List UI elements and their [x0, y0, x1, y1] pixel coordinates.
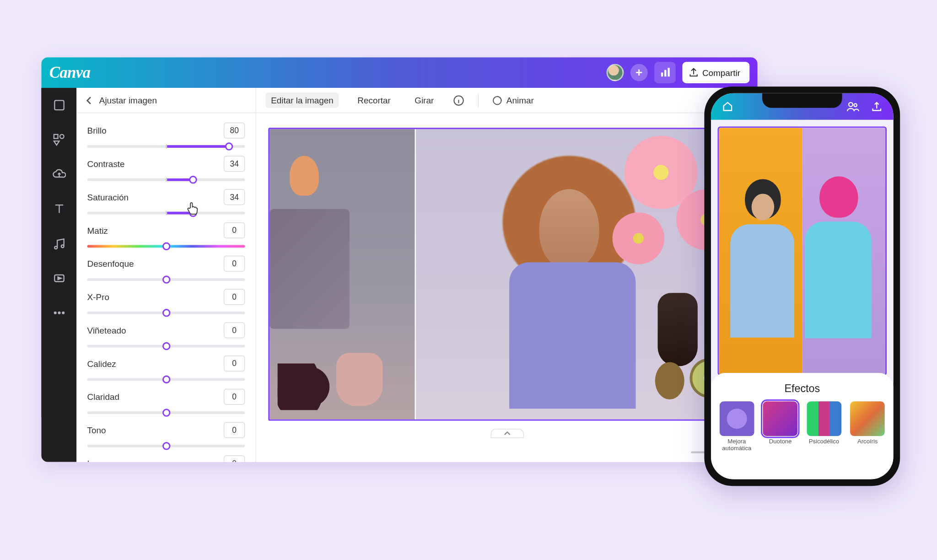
- slider-thumb[interactable]: [162, 342, 170, 350]
- mobile-collab-button[interactable]: [845, 99, 860, 114]
- upload-icon: [689, 68, 698, 77]
- effect-thumbnail: [763, 401, 798, 436]
- share-label: Compartir: [702, 68, 740, 78]
- slider-value-input[interactable]: 0: [224, 256, 245, 272]
- mobile-export-button[interactable]: [869, 99, 884, 114]
- slider-thumb[interactable]: [162, 442, 170, 450]
- selected-image[interactable]: [268, 128, 745, 420]
- rail-audio[interactable]: [51, 236, 67, 252]
- effect-thumbnail: [719, 401, 754, 436]
- slider-value-input[interactable]: 0: [224, 389, 245, 405]
- people-icon: [846, 101, 859, 113]
- text-icon: [52, 202, 65, 215]
- slider-thumb[interactable]: [225, 142, 233, 150]
- home-button[interactable]: [720, 99, 735, 114]
- rotate-button[interactable]: Girar: [409, 92, 439, 108]
- slider-thumb[interactable]: [162, 309, 170, 317]
- templates-icon: [52, 98, 65, 112]
- effect-duotone[interactable]: Duotone: [761, 401, 800, 452]
- slider-desenfoque: Desenfoque0: [87, 256, 245, 281]
- device-notch: [762, 93, 842, 108]
- rail-text[interactable]: [51, 201, 67, 217]
- rail-more[interactable]: [51, 305, 67, 321]
- effect-thumbnail: [850, 401, 885, 436]
- slider-label: Matiz: [87, 226, 108, 236]
- effects-title: Efectos: [717, 383, 887, 395]
- slider-value-input[interactable]: 0: [224, 455, 245, 462]
- slider-track[interactable]: [87, 345, 245, 348]
- rail-uploads[interactable]: [51, 167, 67, 183]
- slider-label: Calidez: [87, 359, 116, 369]
- edit-image-button[interactable]: Editar la imagen: [266, 92, 339, 108]
- effect-arcoíris[interactable]: Arcoíris: [848, 401, 887, 452]
- desktop-app-window: Canva + Compartir: [41, 57, 758, 462]
- avatar[interactable]: [606, 64, 624, 81]
- slider-label: Desenfoque: [87, 258, 134, 269]
- svg-point-8: [58, 312, 60, 314]
- slider-value-input[interactable]: 0: [224, 422, 245, 438]
- edit-toolbar: Editar la imagen Recortar Girar Animar: [256, 88, 758, 113]
- slider-thumb[interactable]: [162, 275, 170, 283]
- slider-brillo: Brillo80: [87, 123, 245, 148]
- rail-templates[interactable]: [51, 97, 67, 113]
- crop-button[interactable]: Recortar: [352, 92, 396, 108]
- slider-tono: Tono0: [87, 422, 245, 447]
- slider-thumb[interactable]: [189, 209, 197, 217]
- slider-track[interactable]: [87, 378, 245, 381]
- canva-logo[interactable]: Canva: [49, 64, 91, 81]
- slider-label: X-Pro: [87, 292, 109, 302]
- slider-thumb[interactable]: [162, 409, 170, 416]
- slider-value-input[interactable]: 0: [224, 355, 245, 372]
- mobile-screen: Efectos Mejora automáticaDuotonePsicodél…: [711, 93, 894, 479]
- bar-chart-icon: [660, 67, 670, 78]
- animate-label: Animar: [506, 95, 534, 105]
- slider-viñeteado: Viñeteado0: [87, 322, 245, 347]
- slider-track[interactable]: [87, 278, 245, 281]
- svg-point-15: [849, 102, 853, 107]
- effect-thumbnail: [807, 401, 841, 436]
- slider-x-pro: X-Pro0: [87, 289, 245, 314]
- info-button[interactable]: [452, 94, 464, 106]
- page-panel-toggle[interactable]: [490, 429, 524, 438]
- slider-track[interactable]: [87, 445, 245, 447]
- svg-point-7: [54, 312, 56, 314]
- slider-track[interactable]: [87, 411, 245, 414]
- svg-rect-1: [664, 70, 666, 77]
- slider-track[interactable]: [87, 178, 245, 181]
- side-rail: [41, 88, 76, 462]
- slider-value-input[interactable]: 34: [224, 156, 245, 172]
- create-new-button[interactable]: +: [630, 64, 648, 81]
- slider-label: Luces: [87, 458, 110, 462]
- slider-value-input[interactable]: 80: [224, 123, 245, 139]
- slider-track[interactable]: [87, 145, 245, 148]
- slider-track[interactable]: [87, 312, 245, 314]
- share-button[interactable]: Compartir: [682, 62, 749, 83]
- rail-elements[interactable]: [51, 132, 67, 148]
- slider-thumb[interactable]: [162, 242, 170, 250]
- editor-area: Editar la imagen Recortar Girar Animar: [256, 88, 758, 462]
- mobile-selected-image[interactable]: [717, 126, 887, 375]
- insights-button[interactable]: [654, 62, 676, 83]
- slider-value-input[interactable]: 0: [224, 289, 245, 305]
- effect-mejora-automática[interactable]: Mejora automática: [717, 401, 756, 452]
- slider-value-input[interactable]: 0: [224, 222, 245, 238]
- slider-track[interactable]: [87, 212, 245, 215]
- slider-thumb[interactable]: [189, 176, 197, 183]
- animate-icon: [492, 95, 502, 105]
- mobile-image-left: [719, 128, 802, 374]
- animate-button[interactable]: Animar: [492, 95, 534, 105]
- slider-thumb[interactable]: [162, 376, 170, 383]
- adjust-header[interactable]: Ajustar imagen: [76, 88, 255, 113]
- slider-label: Tono: [87, 425, 106, 435]
- slider-track[interactable]: [87, 245, 245, 248]
- slider-value-input[interactable]: 0: [224, 322, 245, 338]
- effect-psicodélico[interactable]: Psicodélico: [805, 401, 843, 452]
- effect-label: Arcoíris: [857, 439, 878, 452]
- svg-rect-4: [54, 135, 58, 139]
- svg-point-5: [59, 135, 64, 139]
- rail-video[interactable]: [51, 270, 67, 286]
- svg-point-16: [854, 104, 856, 107]
- slider-label: Claridad: [87, 392, 119, 402]
- adjust-panel: Ajustar imagen Brillo80Contraste34Satura…: [76, 88, 256, 462]
- slider-value-input[interactable]: 34: [224, 189, 245, 205]
